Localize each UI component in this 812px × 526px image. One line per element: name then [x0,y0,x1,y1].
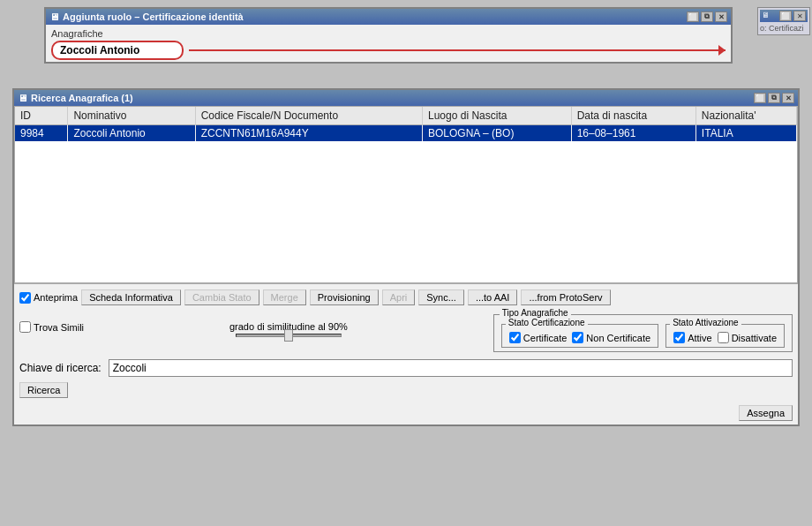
search-window-titlebar: 🖥 Ricerca Anagrafica (1) ⬜ ⧉ ✕ [14,90,798,106]
from-protoserv-button[interactable]: ...from ProtoServ [521,289,610,305]
table-container: ID Nominativo Codice Fiscale/N Documento… [14,106,798,284]
stato-cert-title: Stato Certificazione [506,318,588,327]
table-cell-id: 9984 [15,125,68,142]
search-resize-2[interactable]: ⧉ [768,93,780,103]
stato-attivazione-group: Stato Attivazione Attive Disattivate [665,324,785,348]
col-data-nascita: Data di nascita [571,107,695,125]
titlebar-left: 🖥 Aggiunta ruolo – Certificazione identi… [49,11,244,22]
table-cell-luogoNascita: BOLOGNA – (BO) [423,125,572,142]
results-table: ID Nominativo Codice Fiscale/N Documento… [15,107,797,141]
anagrafiche-label: Anagrafiche [51,28,726,39]
right-mini-icon: 🖥 [762,11,770,21]
non-certificate-checkbox[interactable] [572,332,583,343]
right-mini-titlebar: 🖥 ⬜ ✕ [760,10,808,22]
search-window-title: Ricerca Anagrafica (1) [31,93,133,103]
col-codice-fiscale: Codice Fiscale/N Documento [195,107,422,125]
aggiunta-ruolo-window: 🖥 Aggiunta ruolo – Certificazione identi… [44,7,733,64]
anteprima-checkbox[interactable] [19,292,31,304]
action-button-row: Anteprima Scheda Informativa Cambia Stat… [14,284,798,311]
tipo-anagrafiche-content: Stato Certificazione Certificate Non Cer… [501,324,785,348]
ricerca-button-row: Ricerca [14,380,798,402]
search-key-input[interactable] [109,359,793,377]
tipo-anagrafiche-container: Tipo Anagrafiche Stato Certificazione Ce… [493,314,793,352]
table-cell-nazionalita: ITALIA [695,125,796,142]
similarity-section: grado di similitudine al 90% [102,314,476,337]
disattivate-text: Disattivate [732,333,777,343]
resize-icon-1[interactable]: ⬜ [687,11,699,22]
to-aai-button[interactable]: ...to AAI [468,289,518,305]
anagrafiche-section: Anagrafiche Zoccoli Antonio [46,25,731,62]
assegna-button[interactable]: Assegna [739,405,793,421]
stato-certificazione-group: Stato Certificazione Certificate Non Cer… [501,324,658,348]
ricerca-button[interactable]: Ricerca [19,382,68,398]
resize-icon-2[interactable]: ⧉ [701,11,713,22]
titlebar-controls[interactable]: ⬜ ⧉ ✕ [687,11,727,22]
table-header-row: ID Nominativo Codice Fiscale/N Documento… [15,107,797,125]
search-key-label: Chiave di ricerca: [19,362,102,374]
right-mini-cert-label: o: Certificazi [760,24,808,33]
tipo-anagrafiche-title: Tipo Anagrafiche [500,308,571,318]
trova-simili-checkbox[interactable] [19,321,31,333]
disattivate-label[interactable]: Disattivate [718,332,777,343]
search-resize-1[interactable]: ⬜ [754,93,766,103]
aggiunta-ruolo-titlebar: 🖥 Aggiunta ruolo – Certificazione identi… [46,9,731,25]
non-certificate-text: Non Certificate [586,333,650,343]
non-certificate-label[interactable]: Non Certificate [572,332,650,343]
right-mini-controls[interactable]: ⬜ ✕ [779,11,806,21]
search-window-controls[interactable]: ⬜ ⧉ ✕ [754,93,794,103]
table-scroll-area[interactable]: ID Nominativo Codice Fiscale/N Documento… [15,107,797,283]
certificate-label[interactable]: Certificate [509,332,568,343]
tipo-anagrafiche-group: Tipo Anagrafiche Stato Certificazione Ce… [493,314,793,352]
find-similar-section: Trova Simili [19,314,84,333]
table-cell-dataNascita: 16–08–1961 [571,125,695,142]
merge-button[interactable]: Merge [263,289,306,305]
anteprima-label: Anteprima [34,292,78,303]
disattivate-checkbox[interactable] [718,332,729,343]
assign-row: Assegna [14,402,798,425]
ricerca-anagrafica-window: 🖥 Ricerca Anagrafica (1) ⬜ ⧉ ✕ ID Nomina… [12,88,800,426]
search-titlebar-left: 🖥 Ricerca Anagrafica (1) [18,93,133,103]
certificate-checkbox[interactable] [509,332,521,343]
certificate-text: Certificate [523,333,568,343]
col-id: ID [15,107,68,125]
stato-attiv-options: Attive Disattivate [673,332,777,343]
scheda-informativa-button[interactable]: Scheda Informativa [81,289,181,305]
col-nazionalita: Nazionalita' [695,107,796,125]
selected-name-box[interactable]: Zoccoli Antonio [51,41,184,60]
similarity-slider-thumb[interactable] [284,329,293,342]
search-window-icon: 🖥 [18,93,27,103]
stato-attiv-title: Stato Attivazione [670,318,741,327]
search-close[interactable]: ✕ [782,93,794,103]
attive-label[interactable]: Attive [673,332,712,343]
anteprima-checkbox-label[interactable]: Anteprima [19,292,78,304]
table-cell-nominativo: Zoccoli Antonio [68,125,195,142]
provisioning-button[interactable]: Provisioning [310,289,379,305]
cambia-stato-button[interactable]: Cambia Stato [184,289,259,305]
right-mini-close[interactable]: ✕ [793,11,806,21]
col-nominativo: Nominativo [68,107,195,125]
search-key-row: Chiave di ricerca: [14,356,798,380]
aggiunta-ruolo-title: Aggiunta ruolo – Certificazione identità [63,11,244,22]
trova-simili-text: Trova Simili [34,322,84,333]
attive-text: Attive [688,333,712,343]
col-luogo-nascita: Luogo di Nascita [423,107,572,125]
table-row[interactable]: 9984Zoccoli AntonioZCCNTN61M16A944YBOLOG… [15,125,797,142]
similarity-slider-track[interactable] [236,334,342,337]
right-mini-panel: 🖥 ⬜ ✕ o: Certificazi [757,7,810,35]
right-mini-resize[interactable]: ⬜ [779,11,792,21]
attive-checkbox[interactable] [673,332,685,343]
table-cell-codiceFiscale: ZCCNTN61M16A944Y [195,125,422,142]
apri-button[interactable]: Apri [382,289,416,305]
name-input-row: Zoccoli Antonio [51,41,726,60]
sync-button[interactable]: Sync... [418,289,464,305]
trova-simili-label[interactable]: Trova Simili [19,321,84,333]
window-icon: 🖥 [49,11,59,22]
stato-cert-options: Certificate Non Certificate [509,332,650,343]
close-icon[interactable]: ✕ [715,11,727,22]
arrow-indicator [189,49,726,51]
